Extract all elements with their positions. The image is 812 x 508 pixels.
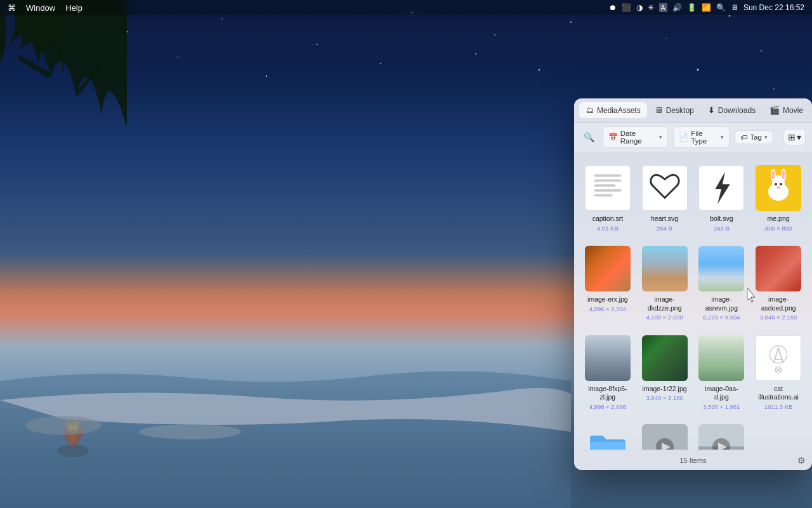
- screen-share-icon[interactable]: 🖥: [731, 3, 738, 12]
- tag-icon: 🏷: [740, 133, 747, 141]
- file-type-filter[interactable]: 📄 File Type ▾: [673, 126, 730, 148]
- svg-rect-21: [586, 166, 630, 210]
- file-thumbnail: [698, 165, 744, 211]
- date-range-filter[interactable]: 📅 Date Range ▾: [603, 126, 668, 148]
- file-thumbnail: [698, 335, 744, 381]
- bluetooth-icon[interactable]: ✳: [648, 3, 654, 12]
- svg-point-6: [665, 37, 666, 38]
- date-range-chevron: ▾: [659, 134, 662, 140]
- file-item[interactable]: caption.srt4.01 KB: [582, 160, 634, 236]
- svg-rect-25: [594, 189, 621, 192]
- svg-point-4: [494, 34, 495, 36]
- svg-line-17: [76, 64, 102, 95]
- file-name: image-asdoed.png: [755, 295, 802, 312]
- menu-window[interactable]: Window: [26, 3, 55, 13]
- desktop-icon: 🖥: [655, 105, 663, 115]
- svg-point-35: [782, 170, 785, 179]
- search-menubar-icon[interactable]: 🔍: [716, 3, 726, 12]
- svg-point-20: [140, 424, 241, 439]
- brightness-icon[interactable]: ◑: [636, 3, 643, 12]
- svg-rect-26: [594, 194, 612, 197]
- file-item[interactable]: heart.svg264 B: [639, 160, 691, 236]
- date-range-icon: 📅: [608, 133, 618, 142]
- file-name: bolt.svg: [710, 215, 733, 224]
- file-item[interactable]: cat illustrations.ai1011.3 KB: [752, 330, 804, 415]
- view-toggle-button[interactable]: ⊞ ▾: [783, 129, 806, 145]
- toolbar: 🔍 📅 Date Range ▾ 📄 File Type ▾ 🏷 Tag ▾ ⊞…: [574, 123, 812, 152]
- file-grid: caption.srt4.01 KB heart.svg264 B bolt.s…: [582, 160, 804, 450]
- tag-chevron: ▾: [764, 134, 768, 140]
- tab-downloads[interactable]: ⬇ Downloads: [702, 102, 762, 118]
- file-meta: 4,100 × 2,500: [646, 314, 683, 321]
- file-name: image-1r22.jpg: [643, 385, 687, 394]
- wifi-icon[interactable]: 📶: [702, 3, 711, 12]
- settings-icon[interactable]: ⚙: [797, 455, 806, 465]
- items-count: 15 Items: [679, 457, 706, 464]
- file-item[interactable]: image-0as-d.jpg3,500 × 1,961: [696, 330, 748, 415]
- record-icon[interactable]: ⏺: [609, 3, 617, 12]
- svg-point-34: [772, 170, 775, 179]
- menu-bar: ⌘ Window Help ⏺ ⬛ ◑ ✳ A 🔊 🔋 📶 🔍 🖥 Sun De…: [0, 0, 812, 15]
- file-meta: 264 B: [657, 225, 672, 232]
- svg-point-7: [729, 15, 731, 17]
- tab-mediaassets[interactable]: 🗂 MediaAssets: [579, 102, 647, 118]
- file-name: image-erx.jpg: [587, 295, 628, 304]
- file-item[interactable]: image-dkdzze.png4,100 × 2,500: [639, 241, 691, 325]
- file-item[interactable]: background-images: [582, 419, 634, 450]
- svg-point-14: [475, 53, 476, 55]
- tab-mediaassets-label: MediaAssets: [597, 106, 641, 115]
- file-meta: 3,840 × 2,160: [760, 314, 797, 321]
- menu-help[interactable]: Help: [65, 3, 82, 13]
- file-item[interactable]: bolt.svg243 B: [696, 160, 748, 236]
- tab-desktop-label: Desktop: [666, 106, 694, 115]
- file-thumbnail: [642, 335, 688, 381]
- file-item[interactable]: image-1r22.jpg3,840 × 2,160: [639, 330, 691, 415]
- file-thumbnail: [756, 246, 801, 291]
- file-item[interactable]: me.png800 × 800: [752, 160, 804, 236]
- file-meta: 4,998 × 2,698: [589, 403, 626, 410]
- tag-filter[interactable]: 🏷 Tag ▾: [735, 130, 773, 144]
- file-name: caption.srt: [593, 215, 623, 224]
- battery-icon[interactable]: 🔋: [687, 3, 697, 12]
- movie-icon: 🎬: [769, 105, 780, 115]
- file-meta: 3,500 × 1,961: [703, 403, 740, 410]
- file-item[interactable]: image-8fxp6-zl.jpg4,998 × 2,698: [582, 330, 634, 415]
- volume-icon[interactable]: 🔊: [672, 3, 682, 12]
- file-item[interactable]: 197564-905005767.mp417.06 MB: [696, 419, 748, 450]
- file-thumbnail: [698, 246, 744, 291]
- file-name: image-0as-d.jpg: [698, 385, 745, 402]
- file-thumbnail: [756, 165, 801, 211]
- tab-movie[interactable]: 🎬 Movie: [763, 102, 809, 118]
- keyboard-icon[interactable]: A: [659, 3, 667, 12]
- svg-point-19: [25, 416, 102, 435]
- file-item[interactable]: 201308-915375262.mp441.05 MB: [639, 419, 691, 450]
- file-item[interactable]: image-asdoed.png3,840 × 2,160: [752, 241, 804, 325]
- status-bar: 15 Items ⚙: [574, 450, 812, 470]
- file-item[interactable]: image-erx.jpg4,096 × 2,304: [582, 241, 634, 325]
- file-name: me.png: [768, 215, 790, 224]
- search-button[interactable]: 🔍: [580, 128, 598, 146]
- file-thumbnail: [585, 246, 631, 291]
- screen-icon[interactable]: ⬛: [622, 3, 631, 12]
- file-thumbnail: [585, 424, 631, 450]
- downloads-icon: ⬇: [708, 105, 715, 115]
- svg-rect-39: [756, 336, 801, 380]
- svg-point-38: [776, 186, 780, 189]
- finder-window: 🗂 MediaAssets 🖥 Desktop ⬇ Downloads 🎬 Mo…: [574, 98, 812, 470]
- file-meta: 243 B: [714, 225, 730, 232]
- mediaassets-icon: 🗂: [586, 105, 594, 115]
- file-name: image-asrevm.jpg: [698, 295, 745, 312]
- tab-desktop[interactable]: 🖥 Desktop: [648, 102, 700, 118]
- svg-rect-27: [643, 166, 687, 210]
- svg-point-11: [177, 57, 178, 58]
- file-meta: 6,225 × 9,504: [703, 314, 740, 321]
- apple-menu[interactable]: ⌘: [8, 3, 16, 13]
- file-type-chevron: ▾: [721, 134, 724, 140]
- tab-movie-label: Movie: [783, 106, 803, 115]
- svg-point-12: [266, 76, 267, 77]
- file-item[interactable]: image-asrevm.jpg6,225 × 9,504: [696, 241, 748, 325]
- file-meta: 3,840 × 2,160: [646, 394, 683, 401]
- file-type-label: File Type: [691, 130, 718, 145]
- file-meta: 800 × 800: [765, 225, 792, 232]
- svg-rect-22: [594, 175, 621, 177]
